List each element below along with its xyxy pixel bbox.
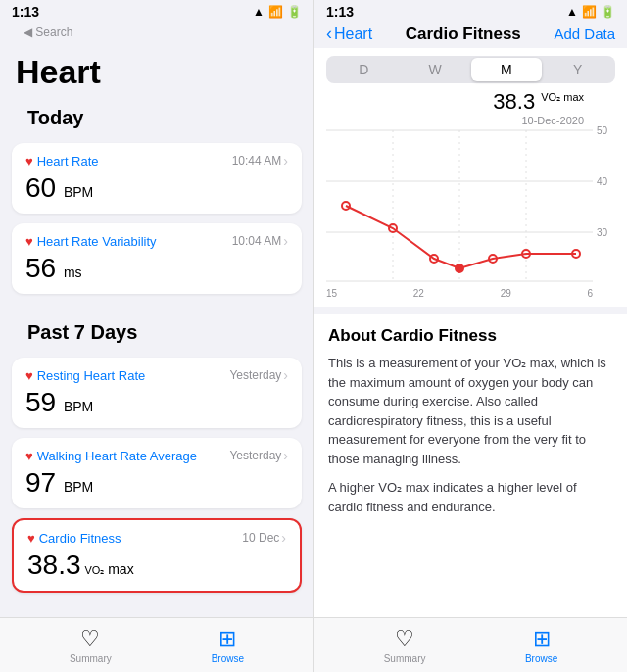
status-bar-right: 1:13 ▲ 📶 🔋: [314, 0, 627, 22]
page-title-left: Heart: [0, 47, 314, 99]
tab-browse-label-left: Browse: [212, 653, 244, 664]
card-walking-hr-header: ♥ Walking Heart Rate Average Yesterday ›: [25, 448, 288, 463]
chart-line: [346, 206, 576, 268]
y-label-40: 40: [597, 176, 608, 187]
card-time-hr: 10:44 AM ›: [232, 153, 288, 168]
section-today: Today: [12, 99, 302, 133]
back-button-right[interactable]: ‹ Heart: [326, 24, 372, 44]
x-label-22: 22: [413, 288, 424, 299]
card-title-row-hr: ♥ Heart Rate: [25, 154, 99, 168]
back-button-left[interactable]: ◀ Search: [12, 24, 302, 43]
card-value-cf: 38.3 VO₂ max: [27, 550, 286, 581]
tab-bar-right: ♡ Summary ⊞ Browse: [314, 617, 627, 672]
right-panel: 1:13 ▲ 📶 🔋 ‹ Heart Cardio Fitness Add Da…: [314, 0, 627, 672]
segment-m[interactable]: M: [471, 58, 543, 81]
status-bar-left: 1:13 ▲ 📶 🔋: [0, 0, 314, 22]
tab-browse-label-right: Browse: [525, 653, 557, 664]
tab-summary-left[interactable]: ♡ Summary: [70, 626, 112, 664]
card-hrv[interactable]: ♥ Heart Rate Variability 10:04 AM › 56 m…: [12, 223, 302, 294]
card-title-cf: Cardio Fitness: [39, 531, 121, 546]
about-paragraph-1: This is a measurement of your VO₂ max, w…: [328, 354, 613, 468]
card-title-row-hrv: ♥ Heart Rate Variability: [25, 234, 157, 249]
card-value-hrv: 56 ms: [25, 253, 288, 284]
chart-date: 10-Dec-2020: [326, 115, 584, 126]
y-label-50: 50: [597, 125, 608, 136]
heart-icon-rhr: ♥: [25, 368, 33, 383]
card-title-row-cf: ♥ Cardio Fitness: [27, 531, 121, 546]
browse-icon-right: ⊞: [533, 626, 551, 651]
heart-icon-whr: ♥: [25, 449, 33, 463]
card-heart-rate[interactable]: ♥ Heart Rate 10:44 AM › 60 BPM: [12, 143, 302, 214]
chart-svg-wrapper: 50 40 30 15 22 29 6: [326, 130, 615, 299]
card-title-whr: Walking Heart Rate Average: [37, 449, 197, 463]
cards-container: Today ♥ Heart Rate 10:44 AM › 60 BPM: [0, 99, 314, 617]
heart-icon-hrv: ♥: [25, 234, 33, 249]
card-time-whr: Yesterday ›: [229, 448, 288, 463]
card-unit-hr: BPM: [64, 184, 93, 200]
back-chevron-left: ◀: [24, 25, 35, 39]
x-label-6: 6: [587, 288, 593, 299]
wifi-icon-right: 📶: [582, 5, 597, 19]
tab-bar-left: ♡ Summary ⊞ Browse: [0, 617, 314, 672]
wifi-icon: 📶: [268, 5, 283, 19]
card-time-cf: 10 Dec ›: [242, 530, 286, 546]
card-title-row-rhr: ♥ Resting Heart Rate: [25, 368, 145, 383]
tab-browse-right[interactable]: ⊞ Browse: [525, 626, 557, 664]
summary-icon-left: ♡: [80, 626, 100, 651]
card-value-hr: 60 BPM: [25, 172, 288, 204]
tab-summary-label-right: Summary: [384, 653, 426, 664]
card-hrv-header: ♥ Heart Rate Variability 10:04 AM ›: [25, 233, 288, 249]
card-unit-whr: BPM: [64, 479, 93, 495]
x-label-29: 29: [501, 288, 511, 299]
card-heart-rate-header: ♥ Heart Rate 10:44 AM ›: [25, 153, 288, 168]
segment-d[interactable]: D: [328, 58, 400, 81]
browse-icon-left: ⊞: [218, 626, 236, 651]
chevron-hrv: ›: [283, 233, 288, 249]
battery-icon: 🔋: [287, 5, 302, 19]
about-section: About Cardio Fitness This is a measureme…: [314, 314, 627, 617]
about-paragraph-2: A higher VO₂ max indicates a higher leve…: [328, 478, 613, 516]
x-label-15: 15: [326, 288, 337, 299]
segment-w[interactable]: W: [400, 58, 471, 81]
time-left: 1:13: [12, 4, 39, 20]
status-icons-right: ▲ 📶 🔋: [566, 5, 615, 19]
signal-icon: ▲: [253, 5, 265, 19]
about-title: About Cardio Fitness: [328, 326, 613, 346]
add-data-button[interactable]: Add Data: [554, 25, 615, 42]
tab-summary-label-left: Summary: [70, 653, 112, 664]
segment-y[interactable]: Y: [542, 58, 613, 81]
chevron-rhr: ›: [283, 367, 288, 383]
card-time-hrv: 10:04 AM ›: [232, 233, 288, 249]
chart-container: D W M Y 38.3 VO₂ max 10-Dec-2020: [314, 48, 627, 307]
chart-value-area: 38.3 VO₂ max 10-Dec-2020: [326, 89, 615, 126]
status-icons-left: ▲ 📶 🔋: [253, 5, 302, 19]
card-cardio-fitness[interactable]: ♥ Cardio Fitness 10 Dec › 38.3 VO₂ max: [12, 518, 302, 593]
time-segments: D W M Y: [326, 56, 615, 83]
card-title-row-whr: ♥ Walking Heart Rate Average: [25, 449, 197, 463]
heart-icon-hr: ♥: [25, 154, 33, 168]
card-unit-rhr: BPM: [64, 399, 93, 414]
y-label-30: 30: [597, 227, 608, 238]
card-title-rhr: Resting Heart Rate: [37, 368, 146, 383]
card-title-hr: Heart Rate: [37, 154, 99, 168]
nav-title-right: Cardio Fitness: [406, 24, 521, 44]
chart-unit-sup: VO₂ max: [541, 91, 584, 103]
back-label-right: Heart: [334, 25, 372, 43]
back-chevron-right: ‹: [326, 24, 332, 44]
time-right: 1:13: [326, 4, 354, 20]
card-resting-hr[interactable]: ♥ Resting Heart Rate Yesterday › 59 BPM: [12, 358, 302, 428]
card-unit-hrv: ms: [64, 264, 82, 280]
tab-summary-right[interactable]: ♡ Summary: [384, 626, 426, 664]
chart-x-labels: 15 22 29 6: [326, 288, 593, 299]
nav-bar-left: ◀ Search: [0, 22, 314, 47]
tab-browse-left[interactable]: ⊞ Browse: [212, 626, 244, 664]
chevron-whr: ›: [283, 448, 288, 463]
card-cardio-header: ♥ Cardio Fitness 10 Dec ›: [27, 530, 286, 546]
card-title-hrv: Heart Rate Variability: [37, 234, 157, 249]
back-label-left: Search: [35, 25, 72, 39]
nav-bar-right: ‹ Heart Cardio Fitness Add Data: [314, 22, 627, 48]
card-walking-hr[interactable]: ♥ Walking Heart Rate Average Yesterday ›…: [12, 438, 302, 508]
chart-svg: 50 40 30: [326, 130, 593, 282]
section-past7: Past 7 Days: [12, 313, 302, 348]
chevron-cf: ›: [281, 530, 286, 546]
